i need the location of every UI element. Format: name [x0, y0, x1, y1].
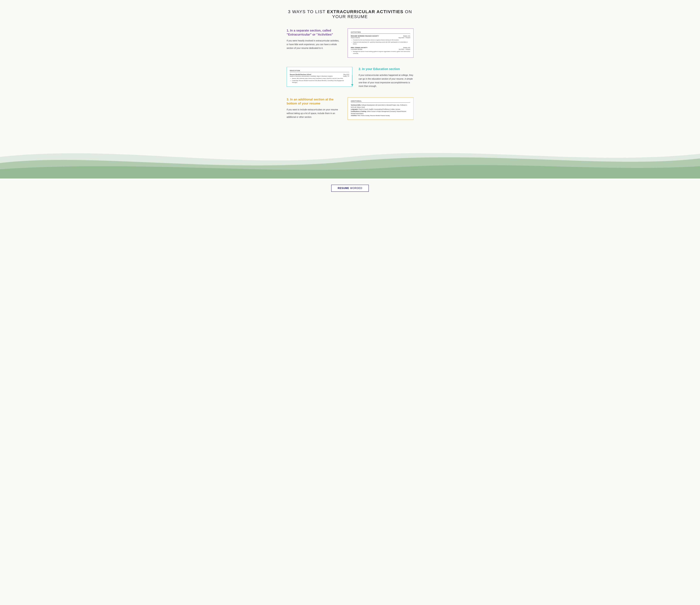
- footer-logo-worded: WORDED: [350, 187, 362, 190]
- education-card-wrapper: EDUCATION Resume Worded Business School …: [287, 67, 352, 87]
- activities-resume-card: ACTIVITIES RESUME WORDED FINANCE SOCIETY…: [348, 28, 413, 58]
- additional-content: Technical Skills: Software Development L…: [351, 104, 410, 117]
- additional-resume-card: ADDITIONAL Technical Skills: Software De…: [348, 97, 413, 120]
- bottom-wave-area: RESUME WORDED: [0, 129, 700, 201]
- resume-entry-finance: RESUME WORDED FINANCE SOCIETY Boston, MA…: [351, 35, 410, 45]
- wave-container: [0, 129, 700, 179]
- page-title: 3 WAYS TO LIST EXTRACURRICULAR ACTIVITIE…: [287, 9, 414, 19]
- section-2-row: 2. In your Education section If your ext…: [287, 67, 414, 88]
- edu-school-name: Resume Worded Business School: [290, 74, 311, 75]
- resume-entry-edu: Resume Worded Business School May 2015 M…: [290, 74, 349, 83]
- edu-date: May 2015: [344, 74, 349, 75]
- education-resume-card: EDUCATION Resume Worded Business School …: [287, 67, 352, 87]
- location-tennis: Boston, MA: [403, 47, 410, 48]
- org-name-finance: RESUME WORDED FINANCE SOCIETY: [351, 35, 379, 37]
- section-2-title: 2. In your Education section: [358, 67, 414, 71]
- edu-degree: Master of Business Administration Candid…: [290, 75, 333, 77]
- date-finance: Sep 2020 – Present: [398, 37, 410, 38]
- date-tennis: Jan 2020 – Present: [399, 49, 410, 50]
- languages: Languages: Fluent in French, English; Co…: [351, 108, 410, 110]
- org-name-tennis: RWU TENNIS SOCIETY: [351, 47, 368, 48]
- section-1-text: 1. In a separate section, called "Extrac…: [287, 28, 342, 50]
- section-3-row: 3. In an additional section at the botto…: [287, 97, 414, 120]
- role-tennis: Committee Member: [351, 49, 362, 50]
- section-1-title: 1. In a separate section, called "Extrac…: [287, 28, 342, 36]
- section-2-text: 2. In your Education section If your ext…: [358, 67, 414, 88]
- section-1-description: If you were heavily involved in extracur…: [287, 39, 342, 50]
- additional-section-title: ADDITIONAL: [351, 100, 410, 103]
- activities-additional: Activities: RWU Tennis Society; Resume W…: [351, 115, 410, 117]
- section-2-card: EDUCATION Resume Worded Business School …: [287, 67, 352, 87]
- edu-bullets: Awards: Bill & Melinda Gates Fellow (onl…: [290, 78, 349, 83]
- edu-bullet-2: Leadership: Resume Worded Investment Clu…: [290, 80, 349, 83]
- section-3-description: If you want to include extracurriculars …: [287, 108, 342, 119]
- section-1-row: 1. In a separate section, called "Extrac…: [287, 28, 414, 58]
- location-finance: Boston, MA: [403, 35, 410, 37]
- role-finance: Head of Events: [351, 37, 360, 38]
- section-1-card: ACTIVITIES RESUME WORDED FINANCE SOCIETY…: [348, 28, 413, 58]
- bullets-finance: Founded the first ever Business Series t…: [351, 39, 410, 45]
- edu-location: Austin, TX: [343, 75, 349, 77]
- resume-entry-tennis: RWU TENNIS SOCIETY Boston, MA Committee …: [351, 47, 410, 54]
- section-2-description: If your extracurricular activities happe…: [358, 73, 414, 88]
- section-3-card: ADDITIONAL Technical Skills: Software De…: [348, 97, 413, 120]
- footer-logo-container: RESUME WORDED: [0, 179, 700, 201]
- edu-bullet-1: Awards: Bill & Melinda Gates Fellow (onl…: [290, 78, 349, 79]
- education-section-title: EDUCATION: [290, 70, 349, 72]
- certifications: Certifications & Training: Online Course…: [351, 110, 410, 115]
- bullet-finance-2: Organized and advertised 10+ quarterly n…: [351, 41, 410, 45]
- bullets-tennis: Managed the launch of new booking system…: [351, 51, 410, 54]
- bullet-finance-1: Founded the first ever Business Series t…: [351, 39, 410, 41]
- wave-svg: [0, 129, 700, 179]
- section-3-title: 3. In an additional section at the botto…: [287, 97, 342, 105]
- activities-section-title: ACTIVITIES: [351, 31, 410, 34]
- section-3-text: 3. In an additional section at the botto…: [287, 97, 342, 119]
- technical-skills: Technical Skills: Software Development L…: [351, 104, 410, 108]
- footer-logo-resume: RESUME: [338, 187, 349, 190]
- bullet-tennis-1: Managed the launch of new booking system…: [351, 51, 410, 54]
- footer-logo-box: RESUME WORDED: [331, 185, 369, 192]
